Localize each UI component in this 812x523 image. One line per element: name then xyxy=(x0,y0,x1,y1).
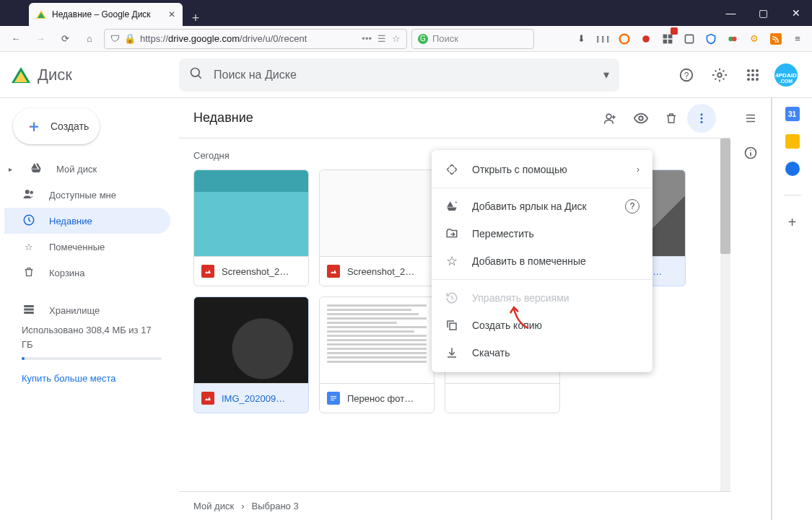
file-card[interactable]: IMG_202009… xyxy=(193,296,309,413)
ctx-label: Управлять версиями xyxy=(472,292,569,304)
delete-button[interactable] xyxy=(657,104,686,133)
preview-button[interactable] xyxy=(627,104,655,133)
breadcrumb-root[interactable]: Мой диск xyxy=(193,501,234,511)
move-icon xyxy=(445,227,459,240)
svg-rect-9 xyxy=(770,33,782,45)
ctx-copy[interactable]: Создать копию xyxy=(432,312,652,339)
buy-storage-link[interactable]: Купить больше места xyxy=(22,372,162,386)
support-button[interactable]: ? xyxy=(672,61,701,89)
file-thumbnail xyxy=(320,297,434,384)
browser-menu-icon[interactable]: ≡ xyxy=(789,29,806,49)
ext-evernote-icon[interactable] xyxy=(681,29,698,49)
new-button[interactable]: ＋ Создать xyxy=(13,108,100,144)
ctx-shortcut[interactable]: +Добавить ярлык на Диск? xyxy=(432,193,652,220)
svg-text:4PDAID: 4PDAID xyxy=(775,72,797,79)
file-thumbnail xyxy=(194,297,308,384)
ctx-star[interactable]: ☆Добавить в помеченные xyxy=(432,247,652,275)
drive-search[interactable]: Поиск на Диске ▾ xyxy=(179,58,619,92)
file-card[interactable]: Screenshot_2… xyxy=(193,170,309,286)
apps-button[interactable] xyxy=(738,61,767,89)
sidebar-item-starred[interactable]: ☆ Помеченные xyxy=(4,234,170,260)
help-icon[interactable]: ? xyxy=(625,199,639,214)
versions-icon xyxy=(445,291,459,304)
maximize-button[interactable]: ▢ xyxy=(747,0,780,26)
file-name: IMG_202009… xyxy=(222,393,285,404)
star-icon: ☆ xyxy=(445,253,459,269)
drive-logo-icon xyxy=(12,67,30,83)
search-icon xyxy=(189,66,204,84)
expand-icon[interactable]: ▸ xyxy=(9,165,16,173)
home-button[interactable]: ⌂ xyxy=(79,29,100,49)
bookmark-icon[interactable]: ☆ xyxy=(392,33,401,44)
svg-rect-31 xyxy=(24,308,34,310)
svg-rect-6 xyxy=(685,35,693,43)
nav-label: Мой диск xyxy=(56,164,97,175)
settings-button[interactable] xyxy=(705,61,734,89)
ext-containers-icon[interactable] xyxy=(659,29,676,49)
layout-list-button[interactable] xyxy=(736,104,765,133)
keep-app-icon[interactable] xyxy=(785,134,800,149)
svg-rect-4 xyxy=(663,39,668,43)
svg-point-19 xyxy=(751,74,754,76)
sidebar-item-shared[interactable]: Доступные мне xyxy=(4,182,170,208)
browser-search-box[interactable]: G Поиск xyxy=(411,29,534,49)
file-card[interactable]: Screenshot_2… xyxy=(319,170,435,286)
svg-point-16 xyxy=(751,69,754,72)
ext-ublock-icon[interactable] xyxy=(702,29,720,49)
add-app-button[interactable]: + xyxy=(788,214,797,231)
url-bar[interactable]: 🛡 🔒 https://drive.google.com/drive/u/0/r… xyxy=(104,29,407,49)
sidebar-item-mydrive[interactable]: ▸ Мой диск xyxy=(4,156,170,182)
svg-point-36 xyxy=(701,117,703,119)
ext-gear-icon[interactable]: ⚙ xyxy=(746,29,763,49)
tasks-app-icon[interactable] xyxy=(785,162,800,176)
page-title: Недавние xyxy=(193,110,253,126)
sidebar-item-storage[interactable]: Хранилище xyxy=(4,297,170,323)
forward-button[interactable]: → xyxy=(30,29,51,49)
ctx-label: Добавить ярлык на Диск xyxy=(472,201,587,212)
ext-colorful-icon[interactable] xyxy=(724,29,741,49)
account-avatar[interactable]: 4PDAID.COM xyxy=(772,61,800,89)
calendar-app-icon[interactable]: 31 xyxy=(785,107,800,121)
more-actions-button[interactable] xyxy=(687,104,716,133)
tab-close-icon[interactable]: ✕ xyxy=(168,9,175,19)
details-button[interactable] xyxy=(736,139,765,167)
new-tab-button[interactable]: + xyxy=(183,11,209,26)
svg-point-17 xyxy=(756,69,759,72)
ext-opera-icon[interactable] xyxy=(616,29,633,49)
browser-extensions: ⬇ ⫿⫿⫿ ⚙ ≡ xyxy=(572,29,806,49)
library-icon[interactable]: ⫿⫿⫿ xyxy=(594,29,611,49)
ctx-open[interactable]: Открыть с помощью› xyxy=(432,156,652,183)
browser-tab[interactable]: Недавние – Google Диск ✕ xyxy=(29,3,183,26)
ctx-download[interactable]: Скачать xyxy=(432,339,652,366)
drive-logo[interactable]: Диск xyxy=(12,66,179,84)
svg-rect-40 xyxy=(331,400,334,400)
scrollbar[interactable] xyxy=(720,139,730,491)
nav-label: Помеченные xyxy=(49,242,105,252)
file-caption: Screenshot_2… xyxy=(194,257,308,286)
reload-button[interactable]: ⟳ xyxy=(55,29,75,49)
scroll-thumb[interactable] xyxy=(720,139,730,254)
minimize-button[interactable]: — xyxy=(715,0,747,26)
download-icon[interactable]: ⬇ xyxy=(572,29,590,49)
ctx-label: Переместить xyxy=(472,228,534,239)
url-more-icon[interactable]: ••• xyxy=(362,33,372,44)
svg-point-27 xyxy=(25,190,30,194)
back-button[interactable]: ← xyxy=(6,29,26,49)
tab-title: Недавние – Google Диск xyxy=(52,9,151,19)
reader-icon[interactable]: ☰ xyxy=(377,33,386,44)
search-options-icon[interactable]: ▾ xyxy=(603,68,609,82)
share-button[interactable] xyxy=(596,104,625,133)
ctx-move[interactable]: Переместить xyxy=(432,220,652,247)
google-search-icon: G xyxy=(418,34,428,44)
svg-point-18 xyxy=(747,74,750,76)
ext-rss-icon[interactable] xyxy=(767,29,785,49)
sidebar-item-recent[interactable]: Недавние xyxy=(4,208,170,234)
sidebar-item-trash[interactable]: Корзина xyxy=(4,260,170,286)
plus-icon: ＋ xyxy=(26,115,42,137)
file-thumbnail xyxy=(320,170,434,257)
ext-record-icon[interactable] xyxy=(637,29,655,49)
file-card[interactable]: Перенос фот… xyxy=(319,296,435,413)
close-window-button[interactable]: ✕ xyxy=(780,0,812,26)
search-placeholder: Поиск xyxy=(432,33,458,44)
files-area: Недавние Сегодня Screenshot_2…Screenshot… xyxy=(179,98,730,520)
